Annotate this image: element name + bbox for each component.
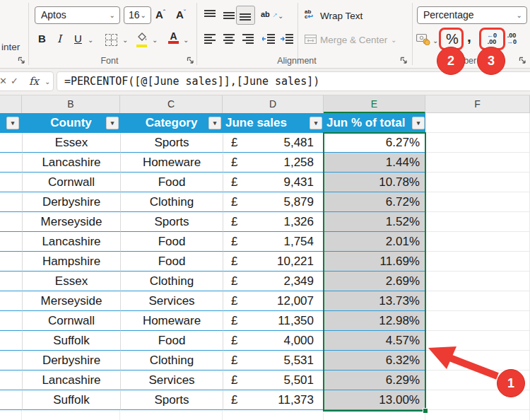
cell-june-sales[interactable]: £ 10,221 [223,252,324,272]
percent-style-button[interactable]: % [446,31,459,47]
cell-june-sales[interactable]: £ 5,531 [223,351,324,371]
cell-category[interactable]: Clothing [120,351,223,371]
cell-a-sliver[interactable] [0,192,22,212]
column-header-b[interactable]: B [22,95,120,113]
orientation-button[interactable]: ab→ [261,10,278,18]
cell-county[interactable]: Derbyshire [22,192,120,212]
cell-county[interactable]: Lancashire [22,371,120,390]
filter-icon[interactable] [412,117,425,129]
cell-a-sliver[interactable] [0,232,22,252]
cell-june-sales[interactable]: £ 1,754 [223,232,324,252]
cell-category[interactable]: Clothing [120,192,223,212]
borders-chevron-icon[interactable] [122,37,128,44]
cell-county[interactable]: Suffolk [22,390,120,410]
cell-f-empty[interactable] [425,252,530,272]
cell-county[interactable]: Suffolk [22,331,120,351]
cell-a-sliver[interactable] [0,351,22,371]
cell-f-empty[interactable] [425,133,530,153]
cell-a-sliver[interactable] [0,173,22,192]
cell-june-sales[interactable]: £ 5,879 [223,192,324,212]
cell-county[interactable]: Cornwall [22,311,120,331]
cell-f-empty[interactable] [425,311,530,331]
cell-county[interactable]: Lancashire [22,232,120,252]
decrease-indent-button[interactable] [262,34,275,45]
alignment-dialog-launcher-icon[interactable] [400,57,408,64]
column-header-c[interactable]: C [120,95,223,113]
accounting-chevron-icon[interactable] [432,37,438,45]
font-color-chevron-icon[interactable] [183,37,189,44]
cell-a-sliver[interactable] [0,252,22,272]
font-name-combo[interactable]: Aptos [35,6,120,24]
cell-a-sliver[interactable] [0,311,22,331]
increase-font-size-button[interactable]: Aˆ [155,8,165,21]
bold-button[interactable]: B [38,33,46,45]
cell-county[interactable]: Merseyside [22,212,120,232]
cell-jun-pct[interactable]: 11.69% [324,252,425,272]
cell-jun-pct[interactable]: 12.98% [324,311,425,331]
cell-category[interactable]: Sports [120,390,223,410]
number-dialog-launcher-icon[interactable] [519,57,526,64]
merge-center-button[interactable]: Merge & Center [320,35,387,45]
cell-category[interactable]: Sports [120,133,223,153]
cell-category[interactable]: Services [120,291,223,311]
cell-jun-pct[interactable]: 6.27% [324,133,425,153]
decrease-decimal-button[interactable]: .00 →0 [502,33,522,45]
cell-june-sales[interactable]: £ 1,258 [223,153,324,173]
cell-category[interactable]: Food [120,232,223,252]
cell-jun-pct[interactable]: 2.01% [324,232,425,252]
chevron-down-icon[interactable] [141,12,146,19]
cell-june-sales[interactable]: £ 1,326 [223,212,324,232]
cell-county[interactable]: Essex [22,133,120,153]
wrap-text-button[interactable]: Wrap Text [320,11,363,21]
cell-f-empty[interactable] [425,212,530,232]
cell-f-empty[interactable] [425,351,530,371]
comma-style-button[interactable]: , [467,28,471,45]
column-header-d[interactable]: D [223,95,324,113]
format-painter-label-fragment[interactable]: inter [1,42,20,52]
decrease-font-size-button[interactable]: Aˇ [176,8,186,21]
cell-category[interactable]: Food [120,173,223,192]
cell-category[interactable]: Services [120,371,223,390]
fill-color-chevron-icon[interactable] [152,37,158,44]
increase-decimal-button[interactable]: ←0 .00 [482,33,502,45]
accounting-format-button[interactable] [416,33,430,45]
top-align-button[interactable] [204,10,217,21]
cell-jun-pct[interactable]: 13.73% [324,291,425,311]
cell-county[interactable]: Merseyside [22,291,120,311]
font-size-combo[interactable]: 16 [124,6,151,24]
cell-county[interactable]: Derbyshire [22,351,120,371]
filter-icon[interactable] [6,117,19,129]
cell-june-sales[interactable]: £ 11,350 [223,311,324,331]
font-color-button[interactable]: A [168,31,179,44]
filter-icon[interactable] [208,117,221,129]
cell-f-empty[interactable] [425,153,530,173]
cell-f-empty[interactable] [425,291,530,311]
cell-category[interactable]: Homeware [120,311,223,331]
cell-county[interactable]: Essex [22,272,120,291]
number-format-combo[interactable]: Percentage [417,6,527,24]
cell-june-sales[interactable]: £ 5,501 [223,371,324,390]
cell-jun-pct[interactable]: 6.29% [324,371,425,390]
cell-jun-pct[interactable]: 4.57% [324,331,425,351]
formula-input[interactable]: =PERCENTOF([@[June sales]],[June sales]) [57,71,530,91]
align-left-button[interactable] [204,34,217,45]
chevron-down-icon[interactable] [110,12,115,19]
fill-color-button[interactable] [136,32,148,47]
bottom-align-button-selected[interactable] [236,6,255,25]
cell-a-sliver[interactable] [0,291,22,311]
fx-chevron-icon[interactable] [45,78,50,86]
cell-a-sliver[interactable] [0,212,22,232]
cell-june-sales[interactable]: £ 2,349 [223,272,324,291]
cell-a-sliver[interactable] [0,371,22,390]
cell-f-empty[interactable] [425,331,530,351]
cell-june-sales[interactable]: £ 5,481 [223,133,324,153]
cancel-icon[interactable]: ✕ [0,76,7,86]
cell-june-sales[interactable]: £ 9,431 [223,173,324,192]
filter-icon[interactable] [106,117,119,129]
column-header-a-sliver[interactable] [0,95,22,113]
cell-jun-pct[interactable]: 6.72% [324,192,425,212]
cell-a-sliver[interactable] [0,133,22,153]
cell-a-sliver[interactable] [0,331,22,351]
cell-jun-pct[interactable]: 1.44% [324,153,425,173]
cell-f-empty[interactable] [425,272,530,291]
